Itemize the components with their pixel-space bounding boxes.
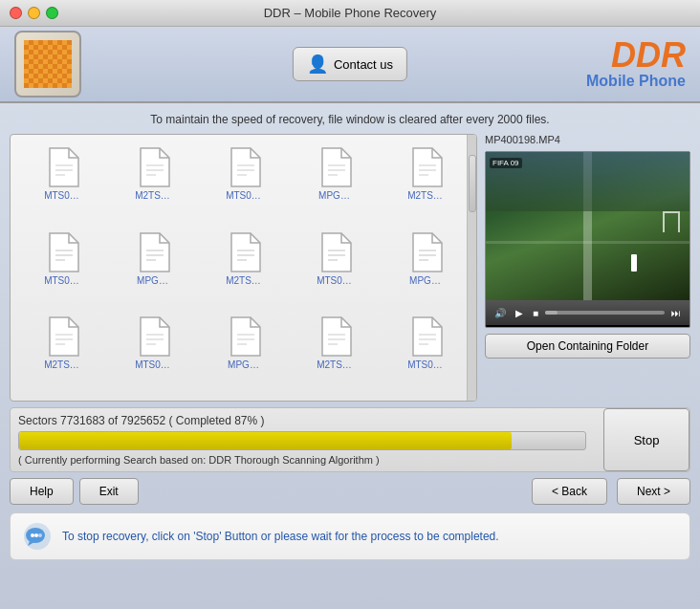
stop-video-button[interactable]: ■ (530, 307, 541, 319)
minimize-button[interactable] (28, 7, 40, 19)
header: 👤 Contact us DDR Mobile Phone (0, 27, 700, 103)
file-icon (317, 231, 353, 273)
progress-bar-fill (19, 432, 512, 449)
contact-person-icon: 👤 (307, 54, 328, 75)
file-name: MTS0… (44, 275, 79, 286)
file-name: MPG… (409, 275, 441, 286)
file-icon (135, 315, 171, 358)
file-item[interactable]: MPG… (109, 228, 196, 309)
contact-button[interactable]: 👤 Contact us (293, 47, 407, 81)
file-item[interactable]: M2TS… (18, 312, 105, 393)
file-icon (317, 146, 353, 188)
player-silhouette (631, 254, 637, 272)
file-name: MPG… (318, 190, 350, 201)
contact-label: Contact us (334, 57, 393, 72)
file-name: MTS0… (317, 275, 352, 286)
info-bar-text: To maintain the speed of recovery, file … (150, 113, 549, 126)
file-icon (135, 146, 171, 188)
next-button[interactable]: Next > (617, 478, 690, 505)
file-item[interactable]: MTS0… (18, 228, 105, 309)
file-item[interactable]: MTS0… (382, 312, 469, 393)
scrollbar-thumb[interactable] (469, 155, 476, 212)
scrollbar[interactable] (467, 135, 476, 401)
sectors-text: Sectors 7731683 of 7925652 ( Completed 8… (18, 414, 265, 427)
stop-button[interactable]: Stop (603, 408, 689, 471)
file-item[interactable]: MPG… (291, 142, 378, 224)
video-preview: FIFA 09 🔊 ▶ ■ ⏭ (485, 151, 690, 328)
chat-bubble-icon (22, 521, 53, 552)
file-item[interactable]: M2TS… (109, 142, 196, 224)
file-name: MTS0… (135, 359, 170, 370)
file-grid-container: MTS0… M2TS… (10, 134, 477, 402)
maximize-button[interactable] (46, 7, 58, 19)
logo-icon (24, 40, 72, 88)
file-name: MTS0… (226, 190, 261, 201)
svg-point-48 (31, 533, 34, 537)
progress-section: Sectors 7731683 of 7925652 ( Completed 8… (10, 407, 690, 472)
brand-name: DDR (586, 38, 686, 73)
file-name: MTS0… (44, 190, 79, 201)
svg-point-49 (34, 533, 38, 537)
info-message: To stop recovery, click on 'Stop' Button… (10, 512, 690, 560)
close-button[interactable] (10, 7, 22, 19)
back-button[interactable]: < Back (532, 478, 607, 505)
file-grid: MTS0… M2TS… (11, 135, 476, 401)
info-message-text: To stop recovery, click on 'Stop' Button… (62, 530, 499, 543)
play-button[interactable]: ▶ (513, 307, 526, 319)
content-area: MTS0… M2TS… (10, 134, 690, 402)
algorithm-text: ( Currently performing Search based on: … (18, 454, 586, 466)
brand: DDR Mobile Phone (586, 38, 686, 90)
file-name: M2TS… (44, 359, 79, 370)
brand-subtitle: Mobile Phone (586, 73, 686, 90)
file-icon (44, 315, 80, 358)
file-name: MTS0… (407, 359, 443, 370)
file-item[interactable]: M2TS… (291, 312, 378, 393)
file-name: M2TS… (135, 190, 170, 201)
file-icon (44, 146, 80, 188)
open-folder-button[interactable]: Open Containing Folder (485, 334, 690, 359)
video-progress-bar[interactable] (545, 311, 665, 315)
video-controls: 🔊 ▶ ■ ⏭ (486, 300, 689, 325)
info-bar: To maintain the speed of recovery, file … (10, 111, 690, 128)
file-icon (407, 231, 444, 273)
file-item[interactable]: M2TS… (382, 142, 469, 224)
bottom-buttons: Help Exit < Back Next > (10, 478, 690, 505)
file-name: M2TS… (226, 275, 261, 286)
window-title: DDR – Mobile Phone Recovery (264, 6, 437, 20)
volume-icon[interactable]: 🔊 (492, 307, 509, 319)
file-item[interactable]: MPG… (200, 312, 287, 393)
exit-button[interactable]: Exit (79, 478, 139, 505)
score-overlay: FIFA 09 (490, 158, 522, 168)
app-logo (14, 31, 81, 98)
file-icon (317, 315, 353, 358)
help-button[interactable]: Help (10, 478, 74, 505)
window-controls[interactable] (10, 7, 58, 19)
right-panel: MP400198.MP4 FIFA 09 🔊 ▶ ■ (485, 134, 690, 402)
file-item[interactable]: MTS0… (200, 142, 287, 224)
file-item[interactable]: MTS0… (291, 228, 378, 309)
titlebar: DDR – Mobile Phone Recovery (0, 0, 700, 27)
file-icon (226, 231, 262, 273)
file-item[interactable]: M2TS… (200, 228, 287, 309)
video-progress-fill (545, 311, 557, 315)
file-name: MPG… (137, 275, 168, 286)
file-item[interactable]: MTS0… (109, 312, 196, 393)
file-icon (226, 146, 262, 188)
file-icon (407, 146, 444, 188)
svg-point-50 (38, 533, 42, 537)
file-item[interactable]: MPG… (382, 228, 469, 309)
file-name: M2TS… (317, 359, 352, 370)
file-icon (135, 231, 171, 273)
file-item[interactable]: MTS0… (18, 142, 105, 224)
file-name: M2TS… (407, 190, 443, 201)
file-icon (407, 315, 444, 358)
main-content: To maintain the speed of recovery, file … (0, 103, 700, 609)
goalpost (663, 211, 680, 232)
file-name: MPG… (228, 359, 259, 370)
progress-header: Sectors 7731683 of 7925652 ( Completed 8… (18, 414, 682, 427)
file-icon (226, 315, 262, 358)
fast-forward-button[interactable]: ⏭ (668, 307, 684, 319)
video-content: FIFA 09 (486, 152, 689, 300)
file-icon (44, 231, 80, 273)
progress-bar-container (18, 431, 586, 450)
